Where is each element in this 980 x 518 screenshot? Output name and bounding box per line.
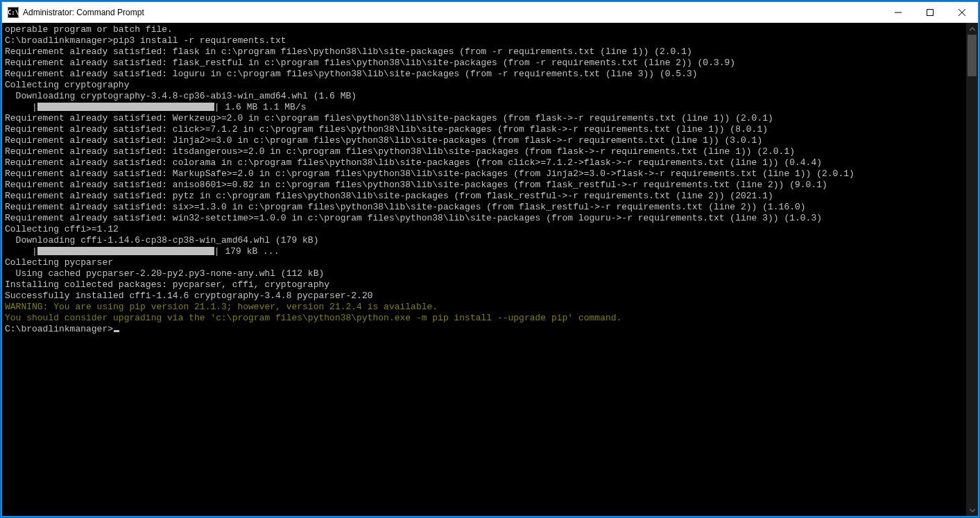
output-line: Downloading cffi-1.14.6-cp38-cp38-win_am… [5,235,963,246]
progress-bar [37,247,214,255]
titlebar[interactable]: C:\ Administrator: Command Prompt [2,2,978,23]
output-line: Requirement already satisfied: Werkzeug>… [5,113,963,124]
minimize-icon [895,9,902,16]
prompt-text: C:\broadlinkmanager> [5,324,113,334]
output-line: Successfully installed cffi-1.14.6 crypt… [5,291,963,302]
output-line: Requirement already satisfied: MarkupSaf… [5,169,963,180]
output-line: C:\broadlinkmanager>pip3 install -r requ… [5,35,963,46]
progress-text: 1.6 MB 1.1 MB/s [220,102,307,112]
output-line: Using cached pycparser-2.20-py2.py3-none… [5,268,963,279]
terminal-output[interactable]: operable program or batch file.C:\broadl… [2,23,966,516]
vertical-scrollbar[interactable] [966,23,978,516]
output-line: Requirement already satisfied: Jinja2>=3… [5,135,963,146]
minimize-button[interactable] [882,2,914,23]
progress-bar [37,103,214,111]
output-line: Requirement already satisfied: flask_res… [5,58,963,69]
chevron-up-icon [970,26,975,32]
command-prompt-window: C:\ Administrator: Command Prompt operab… [1,1,979,517]
output-line: Downloading cryptography-3.4.8-cp36-abi3… [5,91,963,102]
close-button[interactable] [946,2,978,23]
progress-suffix: | [214,102,220,112]
warning-line: WARNING: You are using pip version 21.1.… [5,302,963,313]
output-line: Requirement already satisfied: flask in … [5,46,963,58]
output-line: Collecting cffi>=1.12 [5,224,963,235]
output-line: Requirement already satisfied: six>=1.3.… [5,202,963,213]
output-line: Collecting pycparser [5,257,963,268]
cmd-icon: C:\ [8,7,19,18]
svg-rect-0 [927,9,934,15]
output-line: Requirement already satisfied: loguru in… [5,69,963,80]
output-line: Requirement already satisfied: pytz in c… [5,191,963,202]
output-line: Installing collected packages: pycparser… [5,279,963,291]
terminal-container: operable program or batch file.C:\broadl… [2,23,978,516]
scroll-up-button[interactable] [966,23,978,35]
output-line: Requirement already satisfied: aniso8601… [5,180,963,191]
progress-prefix: | [5,246,37,257]
output-line: operable program or batch file. [5,24,963,35]
scroll-thumb[interactable] [968,35,977,76]
output-line: Requirement already satisfied: itsdanger… [5,146,963,157]
scroll-down-button[interactable] [966,504,978,516]
maximize-icon [927,9,934,16]
progress-text: 179 kB ... [220,246,280,257]
scroll-track[interactable] [966,35,978,504]
maximize-button[interactable] [914,2,946,23]
output-line: Requirement already satisfied: colorama … [5,157,963,169]
warning-line: You should consider upgrading via the 'c… [5,313,963,324]
prompt-line: C:\broadlinkmanager> [5,324,963,335]
close-icon [958,9,965,16]
output-line: Requirement already satisfied: click>=7.… [5,124,963,135]
cursor [114,330,119,332]
output-line: Collecting cryptography [5,80,963,91]
progress-line: || 179 kB ... [5,246,963,257]
progress-line: || 1.6 MB 1.1 MB/s [5,102,963,113]
progress-prefix: | [5,102,37,112]
window-title: Administrator: Command Prompt [23,8,144,17]
progress-suffix: | [214,246,220,257]
chevron-down-icon [970,508,975,513]
output-line: Requirement already satisfied: win32-set… [5,213,963,224]
